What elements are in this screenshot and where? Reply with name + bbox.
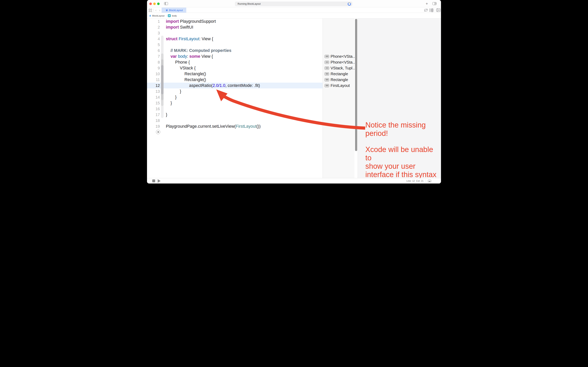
line-number[interactable]: 2 [147, 24, 160, 30]
line-number[interactable]: 12 [147, 83, 160, 88]
code-line[interactable]: 19PlaygroundPage.current.setLiveView(Fir… [147, 124, 323, 129]
annotation-line: period! [365, 129, 426, 138]
line-number[interactable]: 16 [147, 106, 160, 112]
navigator-toggle-icon[interactable] [164, 2, 168, 5]
code-line[interactable]: 1import PlaygroundSupport [147, 18, 323, 24]
breadcrumb-separator: › [166, 15, 167, 17]
adjust-editor-options-icon[interactable] [429, 8, 433, 12]
code-text: VStack { [166, 65, 196, 71]
annotation-line: Notice the missing [365, 121, 426, 129]
result-label: VStack, Tupl… [331, 66, 355, 70]
breadcrumb-file[interactable]: BlockLayout [152, 15, 165, 17]
swift-icon [149, 14, 151, 17]
code-line[interactable]: 13 } [147, 88, 323, 94]
code-review-icon[interactable] [424, 8, 428, 12]
result-row[interactable]: Phone<VSta… [323, 59, 355, 65]
result-box-icon[interactable] [325, 72, 329, 76]
run-playground-button[interactable] [156, 130, 160, 134]
minimize-window-button[interactable] [153, 2, 156, 5]
activity-status-text: Running BlockLayout [238, 1, 260, 6]
tab-overview-icon[interactable] [149, 9, 152, 12]
vertical-scrollbar[interactable] [355, 19, 357, 151]
line-number[interactable]: 6 [147, 48, 160, 53]
line-number[interactable]: 10 [147, 71, 160, 77]
line-number[interactable]: 18 [147, 118, 160, 124]
line-number[interactable]: 5 [147, 42, 160, 48]
divider [426, 180, 426, 182]
result-label: Rectangle [331, 72, 348, 76]
multiple-results-icon[interactable] [325, 61, 329, 64]
code-line[interactable]: 16 [147, 106, 323, 112]
annotation-text-block: Xcode will be unable toshow your userint… [365, 145, 441, 184]
add-editor-icon[interactable] [436, 8, 440, 12]
code-text: import SwiftUI [166, 24, 193, 30]
annotation-line: Xcode will be unable to [365, 145, 441, 162]
result-box-icon[interactable] [325, 84, 329, 87]
line-number[interactable]: 13 [147, 88, 160, 94]
source-editor[interactable]: 1import PlaygroundSupport2import SwiftUI… [147, 18, 323, 178]
code-line[interactable]: 12 aspectRatio(2.0/1.0, contentMode: .fi… [147, 83, 323, 88]
breadcrumb-symbol[interactable]: body [172, 15, 177, 17]
code-line[interactable]: 17} [147, 112, 323, 118]
code-line[interactable]: 5 [147, 42, 323, 48]
code-line[interactable]: 4struct FirstLayout: View { [147, 36, 323, 42]
result-row[interactable]: Rectangle [323, 77, 355, 83]
code-line[interactable]: 10 Rectangle() [147, 71, 323, 77]
line-number[interactable]: 3 [147, 30, 160, 36]
line-number[interactable]: 8 [147, 59, 160, 65]
play-button[interactable] [158, 179, 161, 183]
result-row[interactable]: FirstLayout [323, 83, 355, 88]
line-number[interactable]: 1 [147, 18, 160, 24]
code-line[interactable]: 9 VStack { [147, 65, 323, 71]
code-line[interactable]: 14 } [147, 94, 323, 100]
line-number[interactable]: 15 [147, 100, 160, 106]
code-line[interactable]: 15 } [147, 100, 323, 106]
xcode-window: Running BlockLayout + ‹ › BlockLayout [147, 0, 441, 184]
fold-ribbon-vstack[interactable] [161, 65, 164, 94]
line-number[interactable]: 19 [147, 124, 160, 129]
code-line[interactable]: 11 Rectangle() [147, 77, 323, 83]
swift-icon [165, 9, 168, 12]
zoom-window-button[interactable] [157, 2, 160, 5]
result-row[interactable]: Rectangle [323, 71, 355, 77]
stop-button[interactable] [152, 179, 155, 182]
result-row[interactable]: Phone<VSta… [323, 53, 355, 59]
code-line[interactable]: 3 [147, 30, 323, 36]
close-window-button[interactable] [149, 2, 152, 5]
code-line[interactable]: 7 var body: some View { [147, 53, 323, 59]
inspector-toggle-icon[interactable] [432, 2, 437, 5]
annotation-line: show your user [365, 162, 441, 170]
line-number[interactable]: 7 [147, 53, 160, 59]
code-text: aspectRatio(2.0/1.0, contentMode: .fit) [166, 83, 260, 88]
code-text: var body: some View { [166, 53, 213, 59]
result-box-icon[interactable] [325, 55, 329, 58]
code-line[interactable]: 18 [147, 118, 323, 124]
line-number[interactable]: 4 [147, 36, 160, 42]
tab-blocklayout[interactable]: BlockLayout [162, 8, 186, 13]
result-row[interactable]: VStack, Tupl… [323, 65, 355, 71]
debug-bar: Line: 12 Col: 21 [147, 178, 441, 184]
line-number[interactable]: 14 [147, 94, 160, 100]
line-number[interactable]: 17 [147, 112, 160, 118]
back-chevron-icon[interactable]: ‹ [155, 8, 157, 13]
code-line[interactable]: 6 // MARK: Computed properties [147, 48, 323, 53]
line-number[interactable]: 9 [147, 65, 160, 71]
forward-chevron-icon[interactable]: › [159, 8, 160, 13]
code-line[interactable]: 8 Phone { [147, 59, 323, 65]
code-text: PlaygroundPage.current.setLiveView(First… [166, 124, 260, 129]
result-box-icon[interactable] [325, 78, 329, 82]
add-playground-page-button[interactable]: + [426, 1, 428, 6]
title-bar: Running BlockLayout + [147, 0, 441, 7]
code-text: } [166, 88, 181, 94]
live-view-panel: Notice the missingperiod! Xcode will be … [358, 18, 441, 178]
multiple-results-icon[interactable] [325, 67, 329, 70]
property-badge: P [168, 14, 171, 17]
annotation-text-block: Notice the missingperiod! [365, 121, 426, 138]
result-label: Phone<VSta… [331, 60, 355, 65]
result-label: Phone<VSta… [331, 54, 355, 59]
result-label: Rectangle [331, 78, 348, 82]
code-line[interactable]: 2import SwiftUI [147, 24, 323, 30]
keyboard-toggle-icon[interactable] [428, 180, 431, 182]
code-text: // MARK: Computed properties [166, 48, 231, 53]
line-number[interactable]: 11 [147, 77, 160, 83]
